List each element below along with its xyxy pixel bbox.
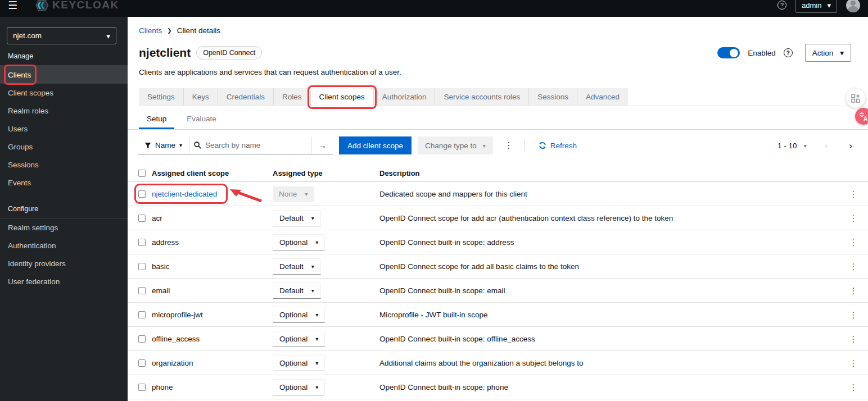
hamburger-menu-icon[interactable]: ☰ <box>8 0 17 11</box>
toolbar-kebab-button[interactable]: ⋮ <box>504 141 513 150</box>
tab[interactable]: Client scopes <box>311 88 374 106</box>
table-row: acr Default ▾ OpenID Connect scope for a… <box>128 206 868 230</box>
chevron-down-icon: ▾ <box>106 31 110 40</box>
chevron-down-icon: ▾ <box>179 142 182 148</box>
assigned-type-select[interactable]: Optional ▾ <box>273 234 325 250</box>
enabled-toggle[interactable] <box>717 47 740 58</box>
row-checkbox[interactable] <box>138 359 146 367</box>
tab[interactable]: Authorization <box>374 88 436 106</box>
scope-name[interactable]: basic <box>152 262 170 271</box>
row-checkbox[interactable] <box>138 190 146 198</box>
sidebar-item[interactable]: Events <box>0 174 128 192</box>
assigned-type-value: Default <box>279 214 304 222</box>
assigned-type-value: Optional <box>279 359 308 367</box>
sidebar-item-label: Realm settings <box>8 224 58 232</box>
assigned-type-select[interactable]: Default ▾ <box>273 282 321 299</box>
scope-name[interactable]: email <box>152 286 170 295</box>
scope-description: Additional claims about the organization… <box>379 359 583 367</box>
row-checkbox[interactable] <box>138 215 146 222</box>
tab[interactable]: Service accounts roles <box>435 88 529 106</box>
change-type-dropdown[interactable]: Change type to ▾ <box>418 136 493 154</box>
sidebar-item[interactable]: Groups <box>0 138 128 156</box>
tab-setup[interactable]: Setup <box>139 110 174 129</box>
sidebar-item[interactable]: Realm roles <box>0 102 128 120</box>
row-kebab-button[interactable]: ⋮ <box>849 262 858 271</box>
row-kebab-button[interactable]: ⋮ <box>849 238 858 247</box>
assigned-type-select[interactable]: Optional ▾ <box>273 307 325 323</box>
row-kebab-button[interactable]: ⋮ <box>849 214 858 222</box>
row-kebab-button[interactable]: ⋮ <box>849 335 858 343</box>
tab-label: Keys <box>192 93 209 101</box>
help-icon[interactable]: ? <box>784 48 793 57</box>
search-input[interactable] <box>205 141 301 149</box>
user-menu-button[interactable]: admin ▾ <box>795 0 837 13</box>
pagination-range-dropdown[interactable]: 1 - 10 ▾ <box>777 142 807 150</box>
scope-name[interactable]: microprofile-jwt <box>152 311 203 319</box>
row-checkbox[interactable] <box>138 287 146 294</box>
tab[interactable]: Settings <box>139 88 184 106</box>
filter-dropdown-button[interactable]: Name ▾ <box>138 137 189 154</box>
sidebar-item[interactable]: Client scopes <box>0 84 128 102</box>
row-kebab-button[interactable]: ⋮ <box>849 286 858 295</box>
assigned-type-select[interactable]: Default ▾ <box>273 258 321 275</box>
scope-name[interactable]: organization <box>152 359 193 367</box>
sidebar-item[interactable]: Identity providers <box>0 254 128 272</box>
tab[interactable]: Sessions <box>529 88 577 106</box>
row-kebab-button[interactable]: ⋮ <box>849 383 858 391</box>
realm-name: njet.com <box>13 31 42 40</box>
assigned-type-select[interactable]: None ▾ <box>273 186 314 202</box>
help-icon[interactable]: ? <box>777 1 786 10</box>
tab[interactable]: Roles <box>274 88 311 106</box>
tab-evaluate[interactable]: Evaluate <box>179 110 224 129</box>
assigned-type-select[interactable]: Optional ▾ <box>273 331 325 347</box>
scope-description: OpenID Connect built-in scope: address <box>379 238 514 247</box>
scope-name[interactable]: phone <box>152 383 173 391</box>
row-kebab-button[interactable]: ⋮ <box>849 190 858 198</box>
tab[interactable]: Credentials <box>218 88 274 106</box>
table-header-row: Assigned client scope Assigned type Desc… <box>128 165 868 182</box>
sidebar-item[interactable]: Sessions <box>0 156 128 174</box>
assigned-type-select[interactable]: Default ▾ <box>273 210 321 226</box>
nav-section-manage: Manage <box>0 44 128 65</box>
row-checkbox[interactable] <box>138 239 146 246</box>
translate-extension-button[interactable]: A <box>855 108 868 125</box>
row-checkbox[interactable] <box>138 311 146 318</box>
sidebar-item-label: Realm roles <box>8 107 48 115</box>
client-scopes-table: Assigned client scope Assigned type Desc… <box>128 165 868 401</box>
action-dropdown-button[interactable]: Action ▾ <box>805 44 851 62</box>
avatar[interactable] <box>846 0 860 12</box>
assigned-type-select[interactable]: Optional ▾ <box>273 355 325 371</box>
header-assigned-type: Assigned type <box>273 169 379 177</box>
scope-name[interactable]: offline_access <box>152 335 200 343</box>
scope-name[interactable]: njetclient-dedicated <box>152 190 217 198</box>
tab[interactable]: Keys <box>184 88 218 106</box>
row-checkbox[interactable] <box>138 335 146 343</box>
sidebar-item[interactable]: Authentication <box>0 236 128 254</box>
pagination-prev-button[interactable]: ‹ <box>822 141 830 151</box>
chevron-down-icon: ▾ <box>315 312 318 318</box>
sidebar-item[interactable]: Realm settings <box>0 218 128 236</box>
row-checkbox[interactable] <box>138 384 146 391</box>
breadcrumb-clients-link[interactable]: Clients <box>139 26 162 35</box>
realm-selector[interactable]: njet.com ▾ <box>7 27 116 44</box>
assigned-type-value: Optional <box>279 311 308 319</box>
sidebar-item[interactable]: Clients <box>0 66 128 84</box>
extension-widget-button[interactable] <box>846 89 865 108</box>
refresh-button[interactable]: Refresh <box>539 142 577 150</box>
sidebar-item[interactable]: Users <box>0 120 128 138</box>
table-row: phone Optional ▾ OpenID Connect built-in… <box>128 375 868 399</box>
row-kebab-button[interactable]: ⋮ <box>849 311 858 319</box>
scope-description: Microprofile - JWT built-in scope <box>379 311 488 319</box>
assigned-type-value: Optional <box>279 238 308 247</box>
row-kebab-button[interactable]: ⋮ <box>849 359 858 367</box>
row-checkbox[interactable] <box>138 263 146 270</box>
assigned-type-select[interactable]: Optional ▾ <box>273 379 325 395</box>
pagination-next-button[interactable]: › <box>847 141 855 151</box>
select-all-checkbox[interactable] <box>138 170 146 177</box>
search-submit-button[interactable]: → <box>311 137 333 154</box>
tab[interactable]: Advanced <box>577 88 628 106</box>
sidebar-item[interactable]: User federation <box>0 272 128 290</box>
scope-name[interactable]: acr <box>152 214 162 222</box>
add-client-scope-button[interactable]: Add client scope <box>339 136 412 154</box>
scope-name[interactable]: address <box>152 238 179 247</box>
